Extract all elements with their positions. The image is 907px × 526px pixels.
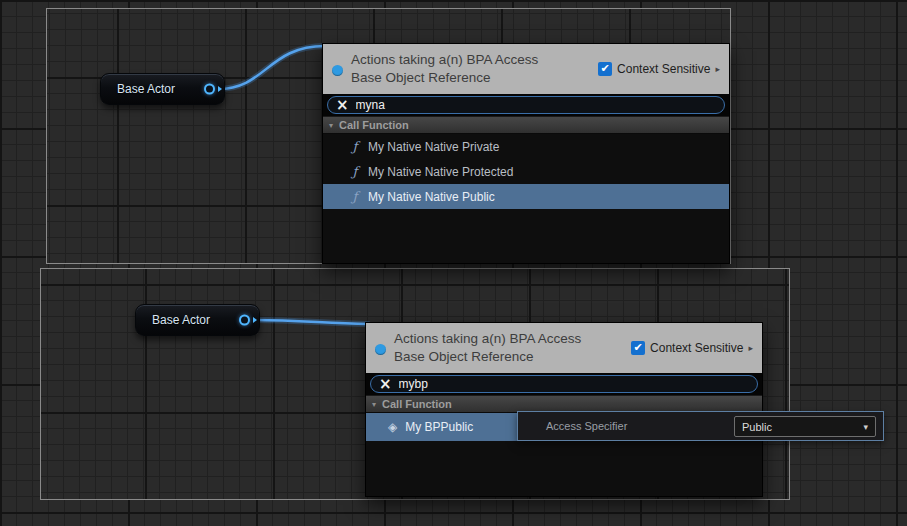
node-title: Base Actor	[152, 313, 210, 327]
collapse-triangle-icon: ▾	[329, 121, 333, 130]
category-label: Call Function	[339, 119, 409, 131]
menu-header: Actions taking a(n) BPA Access Base Obje…	[366, 323, 762, 373]
search-input[interactable]	[356, 98, 716, 112]
menu-header: Actions taking a(n) BPA Access Base Obje…	[323, 44, 729, 94]
chevron-down-icon: ▾	[863, 422, 868, 432]
collapse-triangle-icon: ▾	[372, 400, 376, 409]
search-row: ×	[323, 94, 729, 116]
menu-empty-area	[366, 441, 762, 496]
access-specifier-tooltip: Access Specifier Public ▾	[517, 411, 884, 441]
dropdown-value: Public	[742, 421, 772, 433]
clear-search-icon[interactable]: ×	[379, 377, 392, 391]
menu-item-label: My Native Native Private	[368, 140, 499, 154]
menu-item-my-native-native-protected[interactable]: ƒ My Native Native Protected	[323, 159, 729, 184]
search-field[interactable]: ×	[327, 96, 725, 114]
category-call-function[interactable]: ▾ Call Function	[323, 116, 729, 134]
context-menu-top: Actions taking a(n) BPA Access Base Obje…	[322, 43, 730, 264]
search-field[interactable]: ×	[370, 375, 758, 393]
function-icon: ƒ	[350, 164, 360, 179]
node-base-actor-bottom[interactable]: Base Actor	[135, 304, 260, 336]
reference-pin-icon	[375, 344, 386, 355]
context-sensitive-label: Context Sensitive	[617, 62, 710, 76]
menu-item-label: My Native Native Protected	[368, 165, 513, 179]
node-title: Base Actor	[117, 82, 175, 96]
pin-arrow-icon	[253, 317, 257, 323]
output-pin-icon[interactable]	[204, 84, 215, 95]
menu-item-label: My Native Native Public	[368, 190, 495, 204]
context-sensitive-toggle[interactable]: ✔ Context Sensitive ▸	[631, 341, 753, 355]
menu-empty-area	[323, 209, 729, 263]
pin-arrow-icon	[218, 86, 222, 92]
search-row: ×	[366, 373, 762, 395]
function-icon: ƒ	[350, 139, 360, 154]
menu-item-my-native-native-public[interactable]: ƒ My Native Native Public	[323, 184, 729, 209]
node-base-actor-top[interactable]: Base Actor	[100, 73, 225, 105]
checkbox-checked-icon[interactable]: ✔	[631, 341, 645, 355]
output-pin-icon[interactable]	[239, 315, 250, 326]
clear-search-icon[interactable]: ×	[336, 98, 349, 112]
submenu-arrow-icon: ▸	[748, 343, 753, 353]
menu-item-my-native-native-private[interactable]: ƒ My Native Native Private	[323, 134, 729, 159]
search-input[interactable]	[399, 377, 749, 391]
checkbox-checked-icon[interactable]: ✔	[598, 62, 612, 76]
access-specifier-label: Access Specifier	[546, 420, 627, 432]
context-menu-bottom: Actions taking a(n) BPA Access Base Obje…	[365, 322, 763, 497]
menu-item-label: My BPPublic	[405, 420, 473, 434]
reference-pin-icon	[332, 65, 343, 76]
blueprint-function-icon: ◈	[388, 420, 397, 434]
context-sensitive-toggle[interactable]: ✔ Context Sensitive ▸	[598, 62, 720, 76]
submenu-arrow-icon: ▸	[715, 64, 720, 74]
graph-background: Base Actor Base Actor Actions taking a(n…	[0, 0, 907, 526]
access-specifier-dropdown[interactable]: Public ▾	[734, 416, 876, 437]
context-sensitive-label: Context Sensitive	[650, 341, 743, 355]
category-label: Call Function	[382, 398, 452, 410]
function-icon: ƒ	[350, 189, 360, 204]
